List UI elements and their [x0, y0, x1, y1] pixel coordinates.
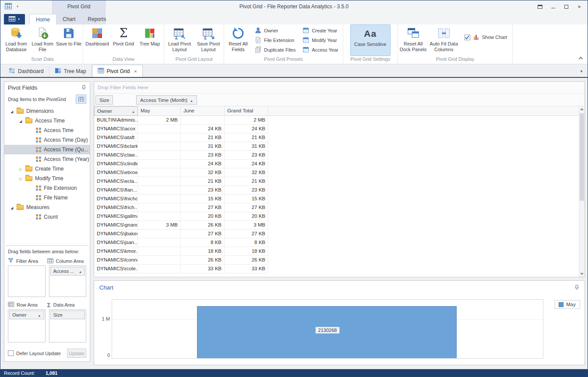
- pivot-cell-may[interactable]: [138, 195, 181, 203]
- pivot-row[interactable]: BUILTIN\Adminis... 2 MB 2 MB: [94, 116, 584, 125]
- pivot-cell-grand-total[interactable]: 24 KB: [225, 125, 268, 133]
- show-chart-toggle[interactable]: Show Chart: [460, 34, 511, 41]
- tree-expander-icon[interactable]: [19, 175, 25, 182]
- pivot-row-header-cell[interactable]: DYNAMICS\flan...: [94, 186, 138, 195]
- drop-filter-zone[interactable]: Drop Filter Fields Here: [94, 82, 584, 94]
- pivot-cell-grand-total[interactable]: 27 KB: [225, 203, 268, 212]
- dashboard-button[interactable]: Dashboard: [84, 24, 110, 56]
- pivot-cell-grand-total[interactable]: 33 KB: [225, 265, 268, 273]
- row-area-box[interactable]: Owner: [8, 309, 46, 342]
- qat-customize-button[interactable]: ▼: [16, 6, 19, 8]
- pivot-col-header-june[interactable]: June: [181, 106, 225, 116]
- pivot-row-header-cell[interactable]: DYNAMICS\fnichols: [94, 195, 138, 203]
- pivot-cell-may[interactable]: [138, 256, 181, 265]
- pivot-row[interactable]: DYNAMICS\gnance 3 MB 26 KB 3 MB: [94, 221, 584, 230]
- tree-item[interactable]: Count: [4, 212, 90, 222]
- pivot-cell-grand-total[interactable]: 27 KB: [225, 230, 268, 238]
- ribbon-tab-chart[interactable]: Chart: [56, 14, 81, 24]
- tree-item[interactable]: Access Time: [4, 126, 90, 135]
- pivot-row-header-cell[interactable]: DYNAMICS\jbaker: [94, 230, 138, 238]
- pivot-cell-grand-total[interactable]: 26 KB: [225, 256, 268, 265]
- pivot-cell-may[interactable]: [138, 186, 181, 195]
- pivot-row[interactable]: DYNAMICS\ecla... 21 KB 21 KB: [94, 177, 584, 186]
- pivot-cell-june[interactable]: 23 KB: [181, 151, 225, 160]
- pivot-row-header-cell[interactable]: DYNAMICS\claw...: [94, 151, 138, 160]
- modify-year-preset-button[interactable]: Modify Year: [299, 35, 342, 45]
- pivot-cell-june[interactable]: 21 KB: [181, 133, 225, 142]
- tree-expander-icon[interactable]: [11, 108, 17, 114]
- ribbon-tab-reports[interactable]: Reports: [81, 14, 112, 24]
- ribbon-tab-home[interactable]: Home: [29, 14, 56, 24]
- row-area-field-owner[interactable]: Owner: [9, 311, 44, 319]
- pivot-row[interactable]: DYNAMICS\gallman 20 KB 20 KB: [94, 212, 584, 221]
- save-to-file-button[interactable]: Save to File: [56, 24, 82, 56]
- reset-all-dock-panels-button[interactable]: Reset All Dock Panels: [399, 24, 428, 56]
- pivot-row[interactable]: DYNAMICS\flan... 23 KB 23 KB: [94, 186, 584, 195]
- save-pivot-layout-button[interactable]: Σ Save Pivot Layout: [194, 24, 223, 56]
- pivot-cell-grand-total[interactable]: 31 KB: [225, 142, 268, 151]
- data-area-box[interactable]: Size: [49, 309, 87, 342]
- pivot-row-header-cell[interactable]: DYNAMICS\frich...: [94, 203, 138, 212]
- update-button[interactable]: Update: [67, 349, 86, 358]
- vertical-scrollbar[interactable]: [579, 106, 584, 277]
- column-area-field-access-time[interactable]: Access ...: [50, 267, 85, 276]
- doc-tab-dashboard[interactable]: Dashboard: [4, 66, 49, 77]
- pivot-row-header-cell[interactable]: DYNAMICS\gnance: [94, 221, 138, 230]
- pivot-row-header-cell[interactable]: DYNAMICS\ebrown: [94, 168, 138, 177]
- tree-item[interactable]: Dimensions: [4, 106, 90, 116]
- pivot-cell-june[interactable]: 27 KB: [181, 230, 225, 238]
- pivot-row-header-cell[interactable]: DYNAMICS\kmor...: [94, 247, 138, 256]
- pivot-row[interactable]: DYNAMICS\frich... 27 KB 27 KB: [94, 203, 584, 212]
- column-area-box[interactable]: Access ...: [49, 265, 87, 297]
- tree-item[interactable]: Access Time (Day): [4, 135, 90, 145]
- pivot-cell-may[interactable]: [138, 151, 181, 160]
- pivot-cell-may[interactable]: [138, 212, 181, 221]
- pivot-row-field-owner[interactable]: Owner: [94, 106, 138, 116]
- pivot-cell-grand-total[interactable]: 3 MB: [225, 221, 268, 230]
- pivot-row-header-cell[interactable]: DYNAMICS\acox: [94, 125, 138, 133]
- pivotgrid-layout-button[interactable]: [76, 94, 86, 104]
- pivot-cell-may[interactable]: [138, 125, 181, 133]
- pin-icon[interactable]: [81, 85, 86, 91]
- pivot-grid-button[interactable]: Σ Pivot Grid: [110, 24, 137, 56]
- pivot-row[interactable]: DYNAMICS\lconner 26 KB 26 KB: [94, 256, 584, 265]
- pin-icon[interactable]: [574, 285, 579, 290]
- tree-item[interactable]: File Name: [4, 193, 90, 202]
- pivot-cell-may[interactable]: [138, 203, 181, 212]
- minimize-button[interactable]: [546, 2, 560, 12]
- maximize-button[interactable]: [560, 2, 573, 12]
- pivot-cell-june[interactable]: 24 KB: [181, 125, 225, 133]
- pivot-cell-june[interactable]: 31 KB: [181, 142, 225, 151]
- defer-layout-update-toggle[interactable]: Defer Layout Update: [8, 350, 61, 356]
- pivot-cell-may[interactable]: 3 MB: [138, 221, 181, 230]
- pivot-cell-june[interactable]: 26 KB: [181, 256, 225, 265]
- pivot-cell-may[interactable]: [138, 230, 181, 238]
- pivot-row[interactable]: DYNAMICS\ebrown 32 KB 32 KB: [94, 168, 584, 177]
- tree-expander-icon[interactable]: [19, 166, 25, 172]
- pivot-cell-may[interactable]: [138, 247, 181, 256]
- pivot-col-header-grand-total[interactable]: Grand Total: [225, 106, 268, 116]
- pivot-row-header-cell[interactable]: DYNAMICS\ecla...: [94, 177, 138, 186]
- pivot-cell-june[interactable]: 23 KB: [181, 186, 225, 195]
- tree-item[interactable]: Access Time (Qu...: [4, 145, 90, 154]
- pivot-cell-june[interactable]: 20 KB: [181, 212, 225, 221]
- pivot-row-header-cell[interactable]: DYNAMICS\lconner: [94, 256, 138, 265]
- ribbon-category-label[interactable]: Pivot Grid: [52, 0, 106, 13]
- pivot-col-header-may[interactable]: May: [138, 106, 181, 116]
- data-area-field-size[interactable]: Size: [50, 311, 85, 319]
- pivot-row[interactable]: DYNAMICS\jbaker 27 KB 27 KB: [94, 230, 584, 238]
- pivot-cell-june[interactable]: 21 KB: [181, 177, 225, 186]
- tree-item[interactable]: Measures: [4, 202, 90, 212]
- scroll-up-icon[interactable]: [579, 106, 584, 112]
- pivot-row-header-cell[interactable]: DYNAMICS\clindley: [94, 160, 138, 168]
- pivot-row[interactable]: DYNAMICS\fnichols 15 KB 15 KB: [94, 195, 584, 203]
- create-year-preset-button[interactable]: Create Year: [299, 26, 342, 35]
- pivot-cell-may[interactable]: [138, 133, 181, 142]
- pivot-column-field-access-time-month[interactable]: Access Time (Month): [136, 95, 197, 105]
- collapse-ribbon-button[interactable]: [579, 57, 583, 61]
- pivot-cell-may[interactable]: [138, 238, 181, 247]
- file-extension-preset-button[interactable]: File Extension: [251, 35, 299, 45]
- access-year-preset-button[interactable]: Access Year: [299, 45, 342, 55]
- pivot-cell-grand-total[interactable]: 15 KB: [225, 195, 268, 203]
- tree-item[interactable]: Create Time: [4, 164, 90, 174]
